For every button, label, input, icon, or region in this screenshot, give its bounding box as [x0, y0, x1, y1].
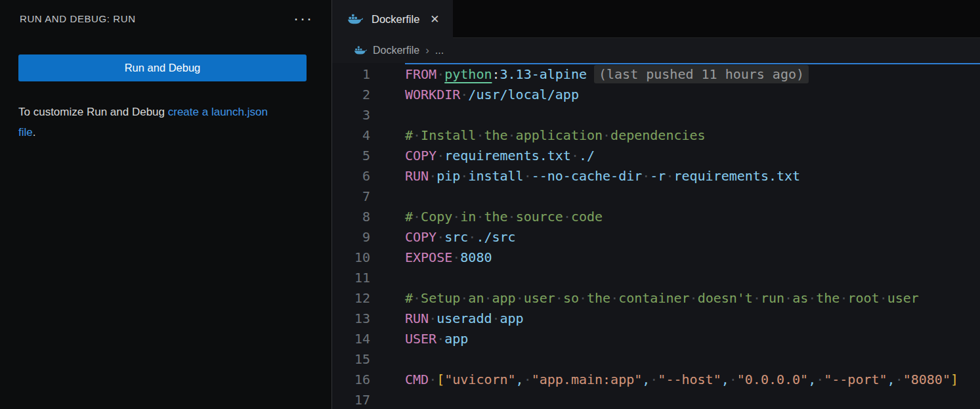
tab-label: Dockerfile [372, 13, 419, 26]
code-line[interactable]: 11 [332, 268, 980, 288]
code-line[interactable]: 17 [332, 390, 980, 409]
code-line[interactable]: 9COPY·src·./src [332, 227, 980, 248]
sidebar-title: RUN AND DEBUG: RUN [20, 13, 136, 24]
code-line-content: COPY·src·./src [370, 227, 516, 248]
code-line[interactable]: 6RUN·pip·install·--no-cache-dir·-r·requi… [332, 166, 980, 186]
line-number[interactable]: 13 [332, 309, 370, 329]
code-line[interactable]: 14USER·app [332, 329, 980, 349]
editor-group: Dockerfile ✕ Dockerfile › ... 1FROM·pyth… [332, 0, 980, 409]
line-number[interactable]: 2 [332, 85, 370, 105]
line-number[interactable]: 3 [332, 105, 370, 125]
run-and-debug-button[interactable]: Run and Debug [18, 54, 307, 81]
docker-whale-icon [354, 45, 367, 56]
code-line[interactable]: 8#·Copy·in·the·source·code [332, 207, 980, 227]
line-number[interactable]: 5 [332, 146, 370, 166]
run-debug-sidebar: RUN AND DEBUG: RUN ··· Run and Debug To … [0, 0, 332, 409]
image-pushed-inline-hint: (last pushed 11 hours ago) [594, 65, 809, 83]
code-line[interactable]: 13RUN·useradd·app [332, 309, 980, 329]
code-line[interactable]: 10EXPOSE·8080 [332, 248, 980, 268]
line-number[interactable]: 9 [332, 227, 370, 248]
code-lines: 1FROM·python:3.13-alpine(last pushed 11 … [332, 63, 980, 409]
code-line-content: CMD·["uvicorn",·"app.main:app",·"--host"… [370, 370, 958, 390]
code-line-content [370, 186, 405, 207]
code-editor[interactable]: 1FROM·python:3.13-alpine(last pushed 11 … [332, 63, 980, 409]
code-line[interactable]: 4#·Install·the·application·dependencies [332, 125, 980, 146]
code-line[interactable]: 1FROM·python:3.13-alpine(last pushed 11 … [332, 64, 980, 85]
code-line-content: RUN·pip·install·--no-cache-dir·-r·requir… [370, 166, 800, 186]
line-number[interactable]: 11 [332, 268, 370, 288]
docker-whale-icon [347, 13, 363, 26]
vscode-window: RUN AND DEBUG: RUN ··· Run and Debug To … [0, 0, 980, 409]
breadcrumb-file[interactable]: Dockerfile [373, 45, 419, 56]
line-number[interactable]: 16 [332, 370, 370, 390]
code-line-content: #·Copy·in·the·source·code [370, 207, 603, 227]
code-line-content [370, 349, 405, 370]
editor-top-decoration [405, 63, 980, 64]
hint-text-before: To customize Run and Debug [18, 106, 168, 118]
line-number[interactable]: 7 [332, 186, 370, 207]
sidebar-header: RUN AND DEBUG: RUN ··· [0, 0, 331, 37]
code-line-content: WORKDIR·/usr/local/app [370, 85, 579, 105]
line-number[interactable]: 17 [332, 390, 370, 409]
customize-hint-text: To customize Run and Debug create a laun… [18, 102, 280, 142]
line-number[interactable]: 4 [332, 125, 370, 146]
code-line-content: EXPOSE·8080 [370, 248, 492, 268]
close-icon[interactable]: ✕ [428, 12, 441, 26]
line-number[interactable]: 12 [332, 288, 370, 309]
code-line[interactable]: 7 [332, 186, 980, 207]
code-line-content: #·Setup·an·app·user·so·the·container·doe… [370, 288, 919, 309]
hint-text-after: . [33, 126, 36, 139]
code-line[interactable]: 12#·Setup·an·app·user·so·the·container·d… [332, 288, 980, 309]
code-line[interactable]: 15 [332, 349, 980, 370]
code-line-content: USER·app [370, 329, 468, 349]
line-number[interactable]: 1 [332, 64, 370, 85]
chevron-right-icon: › [425, 44, 429, 57]
editor-tab-bar: Dockerfile ✕ [332, 0, 980, 38]
line-number[interactable]: 14 [332, 329, 370, 349]
breadcrumb-symbol-ellipsis[interactable]: ... [435, 45, 444, 56]
code-line-content [370, 268, 405, 288]
code-line[interactable]: 3 [332, 105, 980, 125]
code-line-content [370, 105, 405, 125]
code-line-content: #·Install·the·application·dependencies [370, 125, 706, 146]
code-line[interactable]: 16CMD·["uvicorn",·"app.main:app",·"--hos… [332, 370, 980, 390]
line-number[interactable]: 10 [332, 248, 370, 268]
code-line[interactable]: 5COPY·requirements.txt·./ [332, 146, 980, 166]
code-line[interactable]: 2WORKDIR·/usr/local/app [332, 85, 980, 105]
code-line-content [370, 390, 405, 409]
line-number[interactable]: 8 [332, 207, 370, 227]
code-line-content: COPY·requirements.txt·./ [370, 146, 595, 166]
code-line-content: RUN·useradd·app [370, 309, 524, 329]
python-image-link[interactable]: python [444, 66, 492, 82]
line-number[interactable]: 15 [332, 349, 370, 370]
breadcrumb: Dockerfile › ... [332, 38, 980, 63]
more-actions-icon[interactable]: ··· [289, 11, 317, 26]
tab-dockerfile[interactable]: Dockerfile ✕ [332, 0, 453, 38]
line-number[interactable]: 6 [332, 166, 370, 186]
code-line-content: FROM·python:3.13-alpine(last pushed 11 h… [370, 64, 809, 85]
